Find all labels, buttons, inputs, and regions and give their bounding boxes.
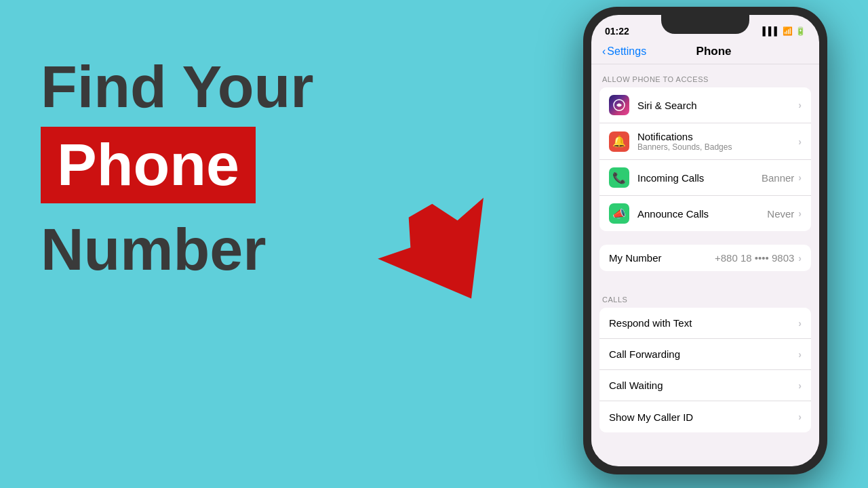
incoming-calls-row[interactable]: 📞 Incoming Calls Banner › bbox=[599, 160, 811, 196]
announce-calls-text: Announce Calls bbox=[637, 208, 767, 220]
section-header-calls: CALLS bbox=[591, 285, 819, 308]
call-forwarding-chevron: › bbox=[798, 349, 802, 360]
section-header-access: ALLOW PHONE TO ACCESS bbox=[591, 64, 819, 87]
respond-text-text: Respond with Text bbox=[609, 317, 798, 329]
notifications-row[interactable]: 🔔 Notifications Banners, Sounds, Badges … bbox=[599, 123, 811, 160]
call-forwarding-label: Call Forwarding bbox=[609, 348, 798, 360]
call-forwarding-text: Call Forwarding bbox=[609, 348, 798, 360]
wifi-icon: 📶 bbox=[783, 26, 793, 36]
siri-chevron: › bbox=[798, 100, 802, 110]
battery-icon: 🔋 bbox=[795, 26, 806, 36]
siri-label: Siri & Search bbox=[637, 100, 798, 111]
phone-mockup: 01:22 ▌▌▌ 📶 🔋 ‹ Settings Phone ALLOW PHO… bbox=[563, 7, 848, 481]
incoming-calls-text: Incoming Calls bbox=[637, 172, 762, 184]
phone-screen: 01:22 ▌▌▌ 📶 🔋 ‹ Settings Phone ALLOW PHO… bbox=[591, 15, 819, 466]
notifications-chevron: › bbox=[798, 136, 802, 147]
respond-text-chevron: › bbox=[798, 318, 802, 329]
caller-id-chevron: › bbox=[798, 411, 802, 422]
headline-find: Find Your bbox=[41, 54, 420, 120]
respond-text-label: Respond with Text bbox=[609, 317, 798, 329]
caller-id-label: Show My Caller ID bbox=[609, 411, 798, 423]
back-label: Settings bbox=[607, 45, 646, 58]
caller-id-text: Show My Caller ID bbox=[609, 411, 798, 423]
arrow-pointer bbox=[359, 197, 536, 319]
my-number-label: My Number bbox=[609, 252, 715, 264]
notifications-label: Notifications bbox=[637, 131, 798, 142]
access-settings-group: Siri & Search › 🔔 Notifications Banners,… bbox=[599, 87, 811, 231]
call-waiting-label: Call Waiting bbox=[609, 380, 798, 391]
call-waiting-chevron: › bbox=[798, 380, 802, 391]
announce-calls-icon: 📣 bbox=[609, 203, 629, 224]
notifications-icon: 🔔 bbox=[609, 131, 629, 152]
incoming-calls-label: Incoming Calls bbox=[637, 172, 762, 184]
svg-marker-0 bbox=[368, 197, 524, 319]
my-number-chevron: › bbox=[798, 253, 802, 264]
incoming-calls-icon: 📞 bbox=[609, 167, 629, 188]
announce-calls-row[interactable]: 📣 Announce Calls Never › bbox=[599, 196, 811, 231]
call-forwarding-row[interactable]: Call Forwarding › bbox=[599, 339, 811, 370]
signal-icon: ▌▌▌ bbox=[762, 26, 780, 36]
my-number-value: +880 18 •••• 9803 bbox=[715, 252, 794, 264]
announce-calls-value: Never bbox=[767, 208, 794, 220]
respond-text-row[interactable]: Respond with Text › bbox=[599, 308, 811, 339]
notifications-sublabel: Banners, Sounds, Badges bbox=[637, 142, 798, 152]
my-number-row[interactable]: My Number +880 18 •••• 9803 › bbox=[599, 245, 811, 271]
headline-phone: Phone bbox=[57, 131, 239, 198]
back-chevron: ‹ bbox=[602, 45, 606, 58]
nav-bar: ‹ Settings Phone bbox=[591, 42, 819, 64]
siri-text: Siri & Search bbox=[637, 100, 798, 111]
siri-icon bbox=[609, 95, 629, 115]
siri-row[interactable]: Siri & Search › bbox=[599, 87, 811, 123]
announce-calls-chevron: › bbox=[798, 208, 802, 219]
phone-outer-frame: 01:22 ▌▌▌ 📶 🔋 ‹ Settings Phone ALLOW PHO… bbox=[583, 7, 827, 474]
settings-content: ALLOW PHONE TO ACCESS Siri & Search › bbox=[591, 64, 819, 455]
call-waiting-row[interactable]: Call Waiting › bbox=[599, 370, 811, 401]
phone-notch bbox=[661, 15, 749, 34]
back-button[interactable]: ‹ Settings bbox=[602, 45, 646, 58]
status-time: 01:22 bbox=[605, 26, 629, 37]
caller-id-row[interactable]: Show My Caller ID › bbox=[599, 401, 811, 432]
incoming-calls-chevron: › bbox=[798, 172, 802, 183]
headline-phone-box: Phone bbox=[41, 127, 256, 203]
page-title: Phone bbox=[646, 45, 781, 58]
calls-settings-group: Respond with Text › Call Forwarding › bbox=[599, 308, 811, 432]
incoming-calls-value: Banner bbox=[762, 172, 794, 184]
status-icons: ▌▌▌ 📶 🔋 bbox=[762, 26, 806, 36]
announce-calls-label: Announce Calls bbox=[637, 208, 767, 220]
call-waiting-text: Call Waiting bbox=[609, 380, 798, 391]
notifications-text: Notifications Banners, Sounds, Badges bbox=[637, 131, 798, 152]
